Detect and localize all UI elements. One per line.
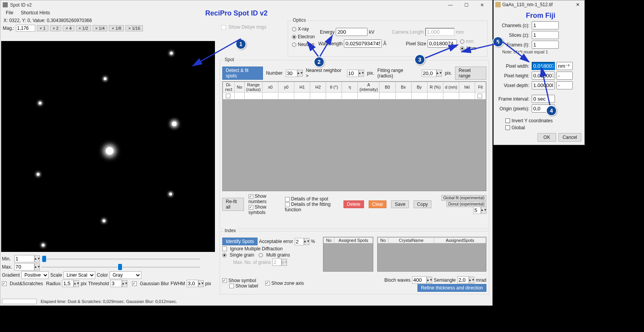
fitrange-input[interactable] — [422, 70, 436, 77]
fwhm-input[interactable] — [187, 280, 198, 287]
pixel-size-input[interactable] — [428, 39, 457, 48]
assigned-spots-table[interactable]: NoAssigned Spots — [323, 237, 373, 272]
refit-all-button[interactable]: Re-fit all — [222, 198, 244, 211]
spin-buttons[interactable]: ▲▼ — [481, 207, 486, 214]
mag-x1[interactable]: × 1 — [37, 25, 48, 31]
pixel-width-input[interactable] — [532, 62, 555, 70]
spin-buttons[interactable]: ▲▼ — [34, 255, 40, 262]
debye-checkbox[interactable] — [221, 25, 226, 30]
voxel-depth-unit[interactable] — [556, 81, 573, 89]
crystal-table[interactable]: NoCrystalNameAssignedSpots — [377, 237, 486, 272]
spin-buttons[interactable]: ▲▼ — [34, 264, 40, 270]
spin-buttons[interactable]: ▲▼ — [74, 280, 79, 287]
clear-button[interactable]: Clear — [369, 200, 387, 208]
menu-file[interactable]: File — [3, 9, 16, 16]
multi-grain-radio[interactable] — [259, 253, 263, 257]
delete-button[interactable]: Delete — [343, 200, 364, 208]
show-symbols-checkbox[interactable] — [249, 205, 253, 210]
mag-half[interactable]: × 1/2 — [76, 25, 91, 31]
pixel-width-unit[interactable] — [556, 62, 573, 70]
accerr-input[interactable] — [295, 238, 304, 245]
min-input[interactable] — [14, 255, 34, 262]
voxel-depth-input[interactable] — [532, 81, 555, 89]
single-grain-radio[interactable] — [222, 253, 227, 257]
origin-input[interactable] — [532, 104, 555, 113]
slices-input[interactable] — [532, 31, 559, 39]
xray-radio[interactable] — [292, 27, 296, 31]
unit-mm-radio[interactable] — [460, 39, 464, 44]
scale-label: Scale — [50, 272, 62, 278]
nn-input[interactable] — [347, 70, 359, 77]
spin-buttons[interactable]: ▲▼ — [469, 277, 474, 284]
mag-input[interactable] — [16, 25, 35, 32]
min-slider[interactable] — [41, 256, 200, 262]
spin-buttons[interactable]: ▲▼ — [297, 70, 303, 77]
menu-shortcut-hints[interactable]: Shortcut Hints — [18, 9, 53, 16]
spin-buttons[interactable]: ▲▼ — [427, 277, 432, 284]
radius-input[interactable] — [62, 280, 74, 287]
pixel-height-unit[interactable] — [556, 72, 573, 80]
neutron-radio[interactable] — [292, 43, 296, 47]
spin-buttons[interactable]: ▲▼ — [359, 70, 364, 77]
show-label-checkbox[interactable] — [229, 284, 234, 288]
pixel-height-input[interactable] — [532, 72, 555, 80]
gauss-checkbox[interactable] — [132, 281, 137, 286]
spin-buttons[interactable]: ▲▼ — [198, 280, 204, 287]
debye-row: Show Debye rings — [221, 24, 266, 30]
mag-eighth[interactable]: × 1/8 — [109, 25, 124, 31]
direct-checkbox[interactable] — [226, 94, 230, 98]
spin-buttons[interactable]: ▲▼ — [304, 238, 309, 245]
detect-fit-button[interactable]: Detect & fit spots — [222, 67, 263, 80]
details-fit-checkbox[interactable] — [285, 202, 290, 207]
spin-buttons[interactable]: ▲▼ — [122, 280, 127, 287]
threshold-input[interactable] — [110, 280, 122, 287]
frame-interval-input[interactable] — [532, 95, 555, 103]
global-checkbox[interactable] — [505, 125, 510, 130]
number-input[interactable] — [286, 70, 297, 77]
maximize-button[interactable]: ☐ — [459, 1, 474, 9]
electron-radio[interactable] — [292, 35, 296, 39]
spot-table[interactable]: Di-rect No Range (radius) x0 y0 H1 H2 θ … — [222, 81, 486, 191]
unit-invnm-radio[interactable] — [460, 46, 464, 51]
dust-checkbox[interactable] — [2, 281, 7, 286]
identify-spots-button[interactable]: Identify Spots — [222, 238, 258, 245]
ignore-checkbox[interactable] — [222, 246, 227, 251]
show-zone-checkbox[interactable] — [265, 281, 270, 286]
color-select[interactable]: Gray — [110, 271, 141, 279]
fiji-close-button[interactable]: ✕ — [573, 2, 583, 7]
spin-buttons[interactable]: ▲▼ — [436, 70, 442, 77]
scale-select[interactable]: Liner Scal — [64, 271, 95, 279]
mag-x2[interactable]: × 2 — [50, 25, 62, 31]
max-input[interactable] — [14, 263, 34, 270]
donut-input[interactable] — [473, 207, 481, 214]
gradient-select[interactable]: Positive — [21, 271, 49, 279]
copy-button[interactable]: Copy — [414, 200, 431, 208]
show-numbers-checkbox[interactable] — [249, 194, 253, 199]
global-fit-button[interactable]: Global fit (experimental) — [441, 195, 486, 201]
frames-input[interactable] — [532, 41, 559, 49]
mag-sixteenth[interactable]: × 1/16 — [125, 25, 143, 31]
global-label: Global — [512, 125, 525, 130]
show-symbol-checkbox[interactable] — [222, 278, 227, 283]
semi-input[interactable] — [457, 276, 469, 284]
close-button[interactable]: ✕ — [474, 1, 490, 9]
cancel-button[interactable]: Cancel — [558, 133, 581, 142]
bloch-input[interactable] — [412, 276, 427, 284]
max-slider[interactable] — [41, 264, 200, 270]
save-button[interactable]: Save — [391, 200, 409, 208]
ok-button[interactable]: OK — [538, 133, 556, 142]
energy-input[interactable] — [336, 28, 368, 36]
diffraction-image[interactable] — [1, 41, 215, 252]
channels-input[interactable] — [532, 21, 559, 29]
minimize-button[interactable]: — — [443, 1, 458, 9]
wavelength-input[interactable] — [344, 39, 382, 48]
donut-button[interactable]: Donut (experimental) — [447, 201, 486, 207]
reset-range-button[interactable]: Reset range — [455, 67, 486, 80]
invert-y-checkbox[interactable] — [505, 118, 510, 123]
mag-x4[interactable]: × 4 — [63, 25, 74, 31]
mag-quarter[interactable]: × 1/4 — [93, 25, 108, 31]
refine-button[interactable]: Refine thickness and direction — [417, 284, 486, 292]
fit-checkbox[interactable] — [477, 94, 482, 98]
details-spot-checkbox[interactable] — [285, 197, 290, 202]
window-title: Spot ID v2 — [10, 2, 32, 8]
